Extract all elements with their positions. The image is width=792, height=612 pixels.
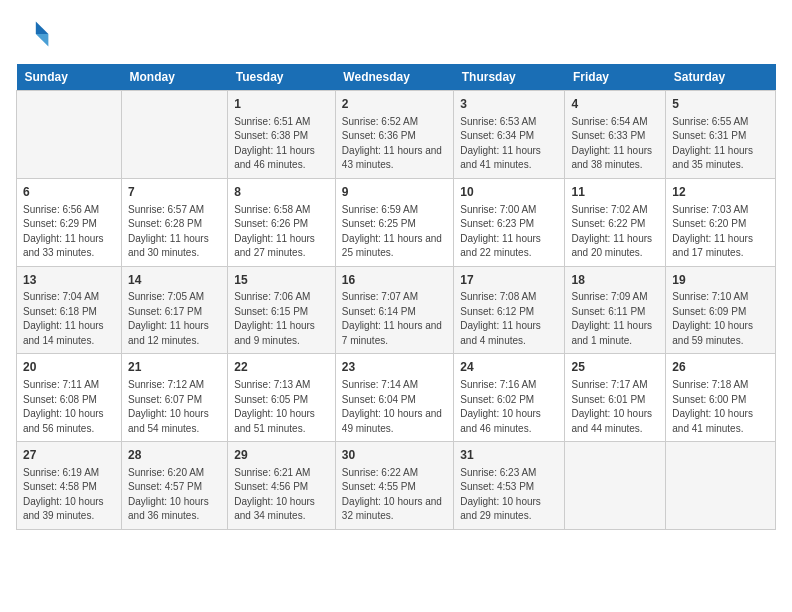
day-content: Sunrise: 6:54 AM Sunset: 6:33 PM Dayligh… xyxy=(571,115,659,173)
day-cell xyxy=(666,442,776,530)
day-cell: 2Sunrise: 6:52 AM Sunset: 6:36 PM Daylig… xyxy=(335,91,453,179)
day-number: 21 xyxy=(128,359,221,376)
day-header-friday: Friday xyxy=(565,64,666,91)
day-number: 30 xyxy=(342,447,447,464)
day-cell xyxy=(17,91,122,179)
day-number: 19 xyxy=(672,272,769,289)
day-cell: 13Sunrise: 7:04 AM Sunset: 6:18 PM Dayli… xyxy=(17,266,122,354)
day-content: Sunrise: 7:13 AM Sunset: 6:05 PM Dayligh… xyxy=(234,378,329,436)
day-header-monday: Monday xyxy=(122,64,228,91)
day-content: Sunrise: 6:52 AM Sunset: 6:36 PM Dayligh… xyxy=(342,115,447,173)
day-cell: 29Sunrise: 6:21 AM Sunset: 4:56 PM Dayli… xyxy=(228,442,336,530)
day-content: Sunrise: 7:16 AM Sunset: 6:02 PM Dayligh… xyxy=(460,378,558,436)
day-content: Sunrise: 7:05 AM Sunset: 6:17 PM Dayligh… xyxy=(128,290,221,348)
day-number: 25 xyxy=(571,359,659,376)
day-cell: 26Sunrise: 7:18 AM Sunset: 6:00 PM Dayli… xyxy=(666,354,776,442)
day-number: 14 xyxy=(128,272,221,289)
day-content: Sunrise: 7:00 AM Sunset: 6:23 PM Dayligh… xyxy=(460,203,558,261)
day-content: Sunrise: 7:06 AM Sunset: 6:15 PM Dayligh… xyxy=(234,290,329,348)
day-cell xyxy=(122,91,228,179)
calendar-table: SundayMondayTuesdayWednesdayThursdayFrid… xyxy=(16,64,776,530)
day-content: Sunrise: 6:23 AM Sunset: 4:53 PM Dayligh… xyxy=(460,466,558,524)
day-number: 18 xyxy=(571,272,659,289)
day-cell: 10Sunrise: 7:00 AM Sunset: 6:23 PM Dayli… xyxy=(454,178,565,266)
day-number: 26 xyxy=(672,359,769,376)
day-cell: 20Sunrise: 7:11 AM Sunset: 6:08 PM Dayli… xyxy=(17,354,122,442)
day-number: 1 xyxy=(234,96,329,113)
day-number: 7 xyxy=(128,184,221,201)
day-number: 16 xyxy=(342,272,447,289)
page-header xyxy=(16,16,776,52)
day-content: Sunrise: 7:11 AM Sunset: 6:08 PM Dayligh… xyxy=(23,378,115,436)
day-number: 23 xyxy=(342,359,447,376)
day-number: 24 xyxy=(460,359,558,376)
day-number: 8 xyxy=(234,184,329,201)
svg-marker-1 xyxy=(36,34,49,47)
day-number: 28 xyxy=(128,447,221,464)
logo xyxy=(16,16,58,52)
day-cell: 7Sunrise: 6:57 AM Sunset: 6:28 PM Daylig… xyxy=(122,178,228,266)
week-row-2: 6Sunrise: 6:56 AM Sunset: 6:29 PM Daylig… xyxy=(17,178,776,266)
calendar-header-row: SundayMondayTuesdayWednesdayThursdayFrid… xyxy=(17,64,776,91)
day-cell: 16Sunrise: 7:07 AM Sunset: 6:14 PM Dayli… xyxy=(335,266,453,354)
day-cell: 28Sunrise: 6:20 AM Sunset: 4:57 PM Dayli… xyxy=(122,442,228,530)
svg-marker-0 xyxy=(36,21,49,34)
day-content: Sunrise: 6:58 AM Sunset: 6:26 PM Dayligh… xyxy=(234,203,329,261)
day-content: Sunrise: 7:18 AM Sunset: 6:00 PM Dayligh… xyxy=(672,378,769,436)
day-cell xyxy=(565,442,666,530)
day-cell: 5Sunrise: 6:55 AM Sunset: 6:31 PM Daylig… xyxy=(666,91,776,179)
day-content: Sunrise: 7:04 AM Sunset: 6:18 PM Dayligh… xyxy=(23,290,115,348)
day-cell: 14Sunrise: 7:05 AM Sunset: 6:17 PM Dayli… xyxy=(122,266,228,354)
day-header-wednesday: Wednesday xyxy=(335,64,453,91)
day-number: 29 xyxy=(234,447,329,464)
day-number: 11 xyxy=(571,184,659,201)
day-cell: 23Sunrise: 7:14 AM Sunset: 6:04 PM Dayli… xyxy=(335,354,453,442)
day-content: Sunrise: 6:55 AM Sunset: 6:31 PM Dayligh… xyxy=(672,115,769,173)
day-header-sunday: Sunday xyxy=(17,64,122,91)
day-cell: 18Sunrise: 7:09 AM Sunset: 6:11 PM Dayli… xyxy=(565,266,666,354)
day-content: Sunrise: 7:12 AM Sunset: 6:07 PM Dayligh… xyxy=(128,378,221,436)
day-number: 17 xyxy=(460,272,558,289)
day-number: 2 xyxy=(342,96,447,113)
day-cell: 1Sunrise: 6:51 AM Sunset: 6:38 PM Daylig… xyxy=(228,91,336,179)
day-content: Sunrise: 6:19 AM Sunset: 4:58 PM Dayligh… xyxy=(23,466,115,524)
day-number: 5 xyxy=(672,96,769,113)
day-cell: 4Sunrise: 6:54 AM Sunset: 6:33 PM Daylig… xyxy=(565,91,666,179)
day-cell: 25Sunrise: 7:17 AM Sunset: 6:01 PM Dayli… xyxy=(565,354,666,442)
day-number: 31 xyxy=(460,447,558,464)
day-cell: 15Sunrise: 7:06 AM Sunset: 6:15 PM Dayli… xyxy=(228,266,336,354)
day-content: Sunrise: 6:20 AM Sunset: 4:57 PM Dayligh… xyxy=(128,466,221,524)
day-cell: 9Sunrise: 6:59 AM Sunset: 6:25 PM Daylig… xyxy=(335,178,453,266)
day-number: 22 xyxy=(234,359,329,376)
day-cell: 12Sunrise: 7:03 AM Sunset: 6:20 PM Dayli… xyxy=(666,178,776,266)
day-content: Sunrise: 6:21 AM Sunset: 4:56 PM Dayligh… xyxy=(234,466,329,524)
day-cell: 24Sunrise: 7:16 AM Sunset: 6:02 PM Dayli… xyxy=(454,354,565,442)
day-content: Sunrise: 7:03 AM Sunset: 6:20 PM Dayligh… xyxy=(672,203,769,261)
day-cell: 31Sunrise: 6:23 AM Sunset: 4:53 PM Dayli… xyxy=(454,442,565,530)
day-number: 10 xyxy=(460,184,558,201)
week-row-4: 20Sunrise: 7:11 AM Sunset: 6:08 PM Dayli… xyxy=(17,354,776,442)
day-content: Sunrise: 7:07 AM Sunset: 6:14 PM Dayligh… xyxy=(342,290,447,348)
week-row-3: 13Sunrise: 7:04 AM Sunset: 6:18 PM Dayli… xyxy=(17,266,776,354)
day-content: Sunrise: 7:02 AM Sunset: 6:22 PM Dayligh… xyxy=(571,203,659,261)
day-content: Sunrise: 6:57 AM Sunset: 6:28 PM Dayligh… xyxy=(128,203,221,261)
day-number: 4 xyxy=(571,96,659,113)
logo-icon xyxy=(16,16,52,52)
day-cell: 22Sunrise: 7:13 AM Sunset: 6:05 PM Dayli… xyxy=(228,354,336,442)
day-cell: 21Sunrise: 7:12 AM Sunset: 6:07 PM Dayli… xyxy=(122,354,228,442)
day-cell: 27Sunrise: 6:19 AM Sunset: 4:58 PM Dayli… xyxy=(17,442,122,530)
day-content: Sunrise: 6:22 AM Sunset: 4:55 PM Dayligh… xyxy=(342,466,447,524)
day-cell: 8Sunrise: 6:58 AM Sunset: 6:26 PM Daylig… xyxy=(228,178,336,266)
day-cell: 11Sunrise: 7:02 AM Sunset: 6:22 PM Dayli… xyxy=(565,178,666,266)
day-cell: 3Sunrise: 6:53 AM Sunset: 6:34 PM Daylig… xyxy=(454,91,565,179)
day-number: 27 xyxy=(23,447,115,464)
day-cell: 30Sunrise: 6:22 AM Sunset: 4:55 PM Dayli… xyxy=(335,442,453,530)
day-content: Sunrise: 7:09 AM Sunset: 6:11 PM Dayligh… xyxy=(571,290,659,348)
week-row-1: 1Sunrise: 6:51 AM Sunset: 6:38 PM Daylig… xyxy=(17,91,776,179)
day-content: Sunrise: 7:08 AM Sunset: 6:12 PM Dayligh… xyxy=(460,290,558,348)
day-content: Sunrise: 6:59 AM Sunset: 6:25 PM Dayligh… xyxy=(342,203,447,261)
day-number: 9 xyxy=(342,184,447,201)
day-header-tuesday: Tuesday xyxy=(228,64,336,91)
day-header-saturday: Saturday xyxy=(666,64,776,91)
day-content: Sunrise: 6:51 AM Sunset: 6:38 PM Dayligh… xyxy=(234,115,329,173)
